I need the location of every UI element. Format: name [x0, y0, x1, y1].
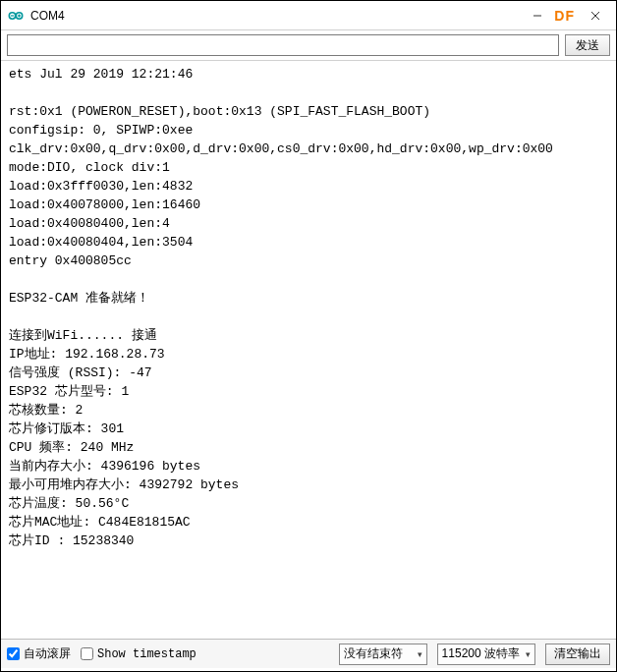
- timestamp-text: Show timestamp: [97, 647, 196, 661]
- watermark-text: DF: [554, 8, 575, 24]
- send-input[interactable]: [7, 34, 559, 56]
- line-ending-value: 没有结束符: [344, 645, 403, 662]
- autoscroll-checkbox[interactable]: [7, 647, 20, 660]
- baud-select[interactable]: 115200 波特率 ▾: [437, 644, 535, 665]
- chevron-down-icon: ▾: [418, 649, 422, 659]
- timestamp-checkbox[interactable]: [81, 647, 93, 660]
- autoscroll-checkbox-label[interactable]: 自动滚屏: [7, 645, 71, 662]
- timestamp-checkbox-label[interactable]: Show timestamp: [81, 647, 196, 661]
- titlebar: COM4 DF: [1, 1, 616, 30]
- line-ending-select[interactable]: 没有结束符 ▾: [339, 644, 427, 665]
- chevron-down-icon: ▾: [526, 649, 531, 659]
- send-button[interactable]: 发送: [565, 34, 610, 56]
- statusbar: 自动滚屏 Show timestamp 没有结束符 ▾ 115200 波特率 ▾…: [1, 639, 616, 668]
- toolbar: 发送: [1, 30, 616, 61]
- close-button[interactable]: [579, 2, 612, 29]
- serial-output[interactable]: ets Jul 29 2019 12:21:46 rst:0x1 (POWERO…: [1, 61, 616, 639]
- arduino-icon: [7, 7, 25, 25]
- window-title: COM4: [30, 9, 521, 23]
- autoscroll-text: 自动滚屏: [24, 645, 71, 662]
- clear-output-button[interactable]: 清空输出: [545, 644, 610, 665]
- baud-value: 115200 波特率: [442, 645, 520, 662]
- minimize-button[interactable]: [521, 2, 554, 29]
